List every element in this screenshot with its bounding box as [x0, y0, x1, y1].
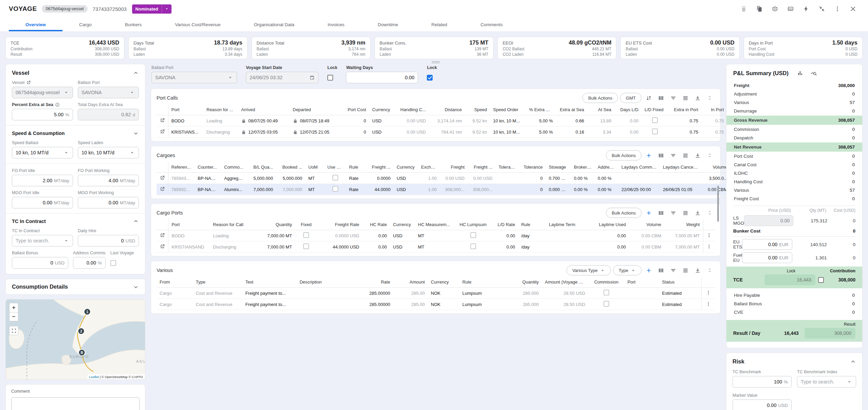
- filter-ballast-port-select[interactable]: SAVONA: [151, 72, 237, 83]
- cargoes-row-height-button[interactable]: [680, 150, 690, 160]
- comment-input[interactable]: [11, 397, 140, 410]
- cargoes-download-button[interactable]: [692, 150, 703, 160]
- row-menu-icon[interactable]: [706, 290, 711, 295]
- status-dropdown-button[interactable]: [162, 4, 171, 13]
- fixed-checkbox[interactable]: [303, 232, 309, 238]
- fixed-checkbox[interactable]: [303, 243, 309, 249]
- port-calls-bulk-actions-button[interactable]: Bulk Actions: [582, 93, 618, 103]
- tab-bunkers[interactable]: Bunkers: [108, 18, 159, 31]
- chevron-up-icon[interactable]: [850, 359, 856, 365]
- eu-ets-price-input[interactable]: 0.00EUR: [742, 239, 792, 250]
- port-calls-sort-button[interactable]: [644, 93, 654, 103]
- daily-hire-input[interactable]: 0USD: [78, 235, 139, 246]
- delete-button[interactable]: [738, 3, 750, 15]
- various-row[interactable]: Cargo Cost and Revenue Freight payment t…: [157, 299, 715, 310]
- use-max-checkbox[interactable]: [332, 186, 338, 192]
- cargo-ports-add-button[interactable]: [644, 208, 654, 218]
- port-calls-filter-button[interactable]: [668, 93, 678, 103]
- export-pdf-button[interactable]: [784, 3, 797, 15]
- status-badge[interactable]: Nominated: [132, 4, 171, 14]
- calendar-icon[interactable]: [309, 75, 315, 80]
- cargoes-add-button[interactable]: [644, 150, 654, 160]
- address-commission-input[interactable]: 0.00%: [73, 257, 106, 269]
- cargo-ports-collapse-button[interactable]: [705, 208, 715, 218]
- tab-organisational-data[interactable]: Organisational Data: [237, 18, 311, 31]
- chevron-down-icon[interactable]: [133, 284, 139, 290]
- port-calls-columns-button[interactable]: [656, 93, 666, 103]
- open-port-call-icon[interactable]: [160, 118, 165, 123]
- percent-extra-at-sea-input[interactable]: 5.00%: [12, 109, 73, 120]
- row-menu-icon[interactable]: [706, 233, 712, 238]
- leaflet-link[interactable]: Leaflet: [89, 375, 99, 379]
- lock-icon[interactable]: [241, 130, 246, 135]
- waiting-days-lock-checkbox[interactable]: [427, 75, 433, 81]
- route-map[interactable]: 1 2 B EUROPE ASIA. + −: [5, 299, 145, 380]
- various-download-button[interactable]: [692, 265, 703, 275]
- more-menu-button[interactable]: [831, 3, 844, 15]
- speed-laden-select[interactable]: 10 kn, 10 MT/d: [78, 147, 139, 158]
- lock-icon[interactable]: [293, 118, 298, 123]
- port-call-row[interactable]: KRISTIANS... Discharging 12/07/25 03:05 …: [157, 126, 739, 138]
- port-calls-row-height-button[interactable]: [680, 93, 690, 103]
- open-cargo-icon[interactable]: [160, 175, 165, 181]
- open-cargo-icon[interactable]: [160, 186, 165, 192]
- map-fullscreen-button[interactable]: [9, 326, 18, 335]
- waiting-days-input[interactable]: 0.00: [346, 72, 418, 83]
- ballast-port-select[interactable]: SAVONA: [78, 87, 139, 98]
- cargo-ports-download-button[interactable]: [692, 208, 703, 218]
- row-menu-icon[interactable]: [706, 301, 711, 307]
- commission-checkbox[interactable]: [603, 301, 609, 307]
- mgo-port-working-input[interactable]: 0.00MT/day: [78, 197, 139, 208]
- commission-checkbox[interactable]: [603, 290, 609, 295]
- port-calls-download-button[interactable]: [692, 93, 703, 103]
- cargo-port-row[interactable]: BODO Loading 7,000.00 MT 0.0000 USD 0.00…: [157, 230, 715, 241]
- map-zoom-out-button[interactable]: −: [9, 312, 18, 321]
- map-zoom-in-button[interactable]: +: [9, 303, 18, 312]
- ballast-bonus-input[interactable]: 0USD: [12, 257, 68, 269]
- cargo-row[interactable]: 785943... BP-NAM... Aggrega... 5,000.000…: [157, 173, 770, 184]
- duplicate-button[interactable]: [753, 3, 765, 15]
- close-button[interactable]: [847, 3, 859, 15]
- ld-fixed-checkbox[interactable]: [652, 129, 658, 134]
- row-menu-icon[interactable]: [706, 244, 712, 249]
- cargo-row-selected[interactable]: 785932... BP-NAM... Alumini... 7,000.000…: [157, 184, 770, 195]
- fuel-eu-price-input[interactable]: 0.00EUR: [742, 252, 792, 263]
- external-link-icon[interactable]: [26, 80, 31, 85]
- cargo-ports-bulk-actions-button[interactable]: Bulk Actions: [606, 208, 641, 218]
- tab-downtime[interactable]: Downtime: [361, 18, 415, 31]
- tc-benchmark-input[interactable]: 100%: [733, 376, 792, 388]
- cargoes-bulk-actions-button[interactable]: Bulk Actions: [606, 150, 641, 160]
- use-max-checkbox[interactable]: [332, 175, 338, 181]
- lock-icon[interactable]: [293, 130, 298, 135]
- ld-fixed-checkbox[interactable]: [652, 117, 658, 123]
- chevron-up-icon[interactable]: [133, 70, 139, 76]
- cargoes-collapse-button[interactable]: [705, 150, 715, 160]
- tab-related[interactable]: Related: [415, 18, 464, 31]
- tab-various-cost-revenue[interactable]: Various Cost/Revenue: [158, 18, 237, 31]
- various-columns-button[interactable]: [656, 265, 666, 275]
- cargo-port-row[interactable]: KRISTIANSAND Discharging 7,000.00 MT 44.…: [157, 241, 715, 253]
- market-value-input[interactable]: 0.00USD: [733, 399, 792, 410]
- last-voyage-checkbox[interactable]: [110, 260, 116, 266]
- various-add-button[interactable]: [644, 265, 654, 275]
- chevron-up-icon[interactable]: [133, 218, 139, 224]
- speed-ballast-select[interactable]: 10 kn, 10 MT/d: [12, 147, 73, 158]
- cargoes-filter-button[interactable]: [668, 150, 678, 160]
- hc-lumpsum-checkbox[interactable]: [470, 232, 476, 238]
- collapse-window-button[interactable]: [816, 3, 828, 15]
- voyage-start-date-input[interactable]: 24/06/25 03:32: [246, 72, 319, 83]
- fo-port-working-input[interactable]: 4.00MT/day: [78, 175, 139, 186]
- tc-in-contract-select[interactable]: Type to search.: [12, 235, 73, 246]
- port-calls-gmt-button[interactable]: GMT: [620, 93, 641, 103]
- tab-overview[interactable]: Overview: [9, 18, 62, 31]
- vessel-select[interactable]: 0675d4ajoug-vessel: [12, 87, 73, 98]
- open-cargo-port-icon[interactable]: [160, 244, 165, 249]
- various-row[interactable]: Cargo Cost and Revenue Freight payment t…: [157, 288, 715, 299]
- various-filter-button[interactable]: [668, 265, 678, 275]
- bar-chart-icon[interactable]: [797, 70, 803, 76]
- quick-actions-button[interactable]: [800, 3, 812, 15]
- open-port-call-icon[interactable]: [160, 129, 165, 134]
- various-type-dropdown[interactable]: Various Type: [566, 265, 611, 275]
- panel-drag-handle[interactable]: [432, 61, 440, 63]
- port-call-row[interactable]: BODO Loading 08/07/25 00:49 08/07/25 18:…: [157, 115, 739, 126]
